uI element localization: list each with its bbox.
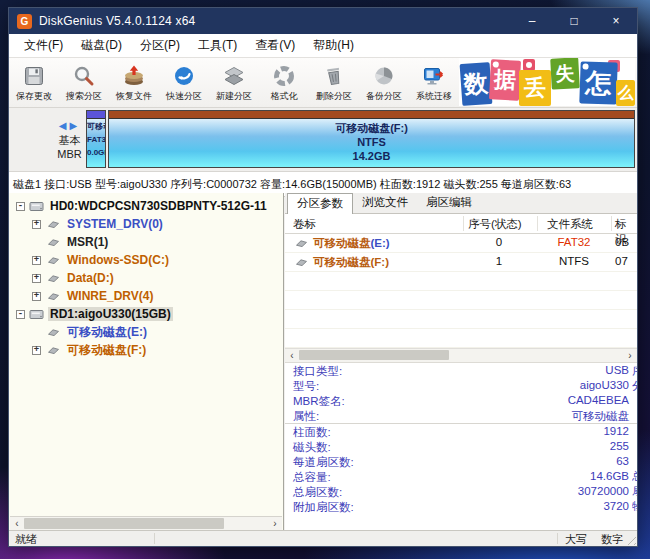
tree-toggle-icon[interactable]: +: [32, 274, 41, 283]
table-empty-row: [285, 272, 637, 291]
partition-type-strip: [109, 111, 634, 119]
detail-horizontal-scrollbar[interactable]: ‹ ›: [285, 348, 637, 363]
tree-item-5[interactable]: +WINRE_DRV(4): [9, 287, 283, 305]
toolbar-button-label: 搜索分区: [66, 90, 102, 103]
toolbar-new-partition-button[interactable]: 新建分区: [209, 58, 259, 107]
table-row-0[interactable]: 可移动磁盘(E:)0FAT320B: [285, 234, 637, 253]
toolbar-format-button[interactable]: 格式化: [259, 58, 309, 107]
menu-item-5[interactable]: 帮助(H): [304, 37, 363, 54]
col-volume-label[interactable]: 卷标: [293, 217, 316, 232]
tree-item-8[interactable]: +可移动磁盘(F:): [9, 341, 283, 359]
property-value: 255: [610, 440, 629, 452]
tab-partition-params[interactable]: 分区参数: [287, 193, 353, 214]
ad-tile-丢[interactable]: 丢: [519, 70, 551, 106]
ad-tile-数[interactable]: 数: [460, 62, 493, 106]
resize-grip[interactable]: [624, 533, 636, 545]
toolbar-search-button[interactable]: 搜索分区: [59, 58, 109, 107]
tree-item-6[interactable]: -RD1:aigoU330(15GB): [9, 305, 283, 323]
partition-nav-arrows[interactable]: ◀▶: [59, 119, 80, 133]
col-index-status[interactable]: 序号(状态): [468, 217, 522, 232]
tree-item-4[interactable]: +Data(D:): [9, 269, 283, 287]
toolbar-quick-partition-button[interactable]: 快速分区: [159, 58, 209, 107]
property-value: 14.6GB: [590, 470, 629, 482]
toolbar-button-label: 备份分区: [366, 90, 402, 103]
toolbar-system-migration-button[interactable]: 系统迁移: [409, 58, 459, 107]
ad-tile-么[interactable]: 么: [616, 80, 635, 106]
scroll-right-icon[interactable]: ›: [268, 517, 282, 530]
tree-toggle-icon[interactable]: +: [32, 220, 41, 229]
toolbar: 保存更改搜索分区恢复文件快速分区新建分区格式化删除分区备份分区系统迁移 数据丢失…: [9, 58, 637, 108]
tree-toggle-icon[interactable]: +: [32, 346, 41, 355]
tree-toggle-icon[interactable]: -: [16, 202, 25, 211]
property-row-0: 接口类型:USB: [285, 363, 637, 378]
tree-item-label: 可移动磁盘(E:): [65, 324, 149, 341]
property-value: 3720: [603, 500, 629, 512]
tree-item-2[interactable]: MSR(1): [9, 233, 283, 251]
ad-tile-怎[interactable]: 怎: [579, 61, 617, 104]
tree-toggle-icon[interactable]: +: [32, 292, 41, 301]
property-label: 总扇区数:: [293, 485, 342, 500]
status-bar: 就绪 大写 数字: [9, 530, 637, 546]
scroll-left-icon[interactable]: ‹: [285, 349, 299, 362]
disk-type-label: 基本: [59, 133, 81, 147]
filesystem-cell: NTFS: [537, 255, 611, 267]
app-logo-icon: G: [17, 14, 32, 29]
tree-item-0[interactable]: -HD0:WDCPCSN730SDBPNTY-512G-11: [9, 197, 283, 215]
partition-icon: [45, 237, 61, 247]
tree-toggle-icon[interactable]: +: [32, 256, 41, 265]
ad-banner[interactable]: 数据丢失怎么: [459, 58, 635, 106]
partition-block-f[interactable]: 可移动磁盘(F:) NTFS 14.2GB: [108, 110, 635, 168]
search-icon: [72, 63, 96, 89]
col-file-system[interactable]: 文件系统: [547, 217, 593, 232]
minimize-button[interactable]: –: [511, 8, 553, 34]
ad-tile-据[interactable]: 据: [489, 59, 521, 101]
detail-tabs: 分区参数 浏览文件 扇区编辑: [285, 193, 637, 214]
scrollbar-thumb[interactable]: [24, 518, 224, 529]
tree-horizontal-scrollbar[interactable]: ‹ ›: [10, 516, 282, 531]
menu-item-1[interactable]: 磁盘(D): [72, 37, 131, 54]
close-button[interactable]: ×: [595, 8, 637, 34]
property-row-9: 附加扇区数:3720: [285, 499, 637, 514]
clipped-property-column: 序分总扇物: [632, 363, 637, 523]
partition-block-e[interactable]: 可移动磁盘(E:) FAT32 (0B) 0.0GB: [86, 110, 106, 168]
property-row-6: 每道扇区数:63: [285, 454, 637, 469]
index-cell: 1: [468, 255, 530, 267]
menu-item-0[interactable]: 文件(F): [15, 37, 72, 54]
tab-sector-edit[interactable]: 扇区编辑: [417, 193, 481, 213]
tree-item-label: WINRE_DRV(4): [65, 289, 155, 303]
toolbar-save-button[interactable]: 保存更改: [9, 58, 59, 107]
scroll-right-icon[interactable]: ›: [623, 349, 637, 362]
ad-tile-失[interactable]: 失: [550, 58, 580, 90]
menu-item-4[interactable]: 查看(V): [246, 37, 304, 54]
property-label: 总容量:: [293, 470, 331, 485]
toolbar-recover-files-button[interactable]: 恢复文件: [109, 58, 159, 107]
menu-item-2[interactable]: 分区(P): [131, 37, 189, 54]
tree-item-label: Windows-SSD(C:): [65, 253, 171, 267]
property-row-3: 属性:可移动磁盘: [285, 408, 637, 424]
volume-drive: (F:): [371, 256, 390, 268]
nav-back-icon[interactable]: ◀: [59, 120, 70, 131]
maximize-button[interactable]: □: [553, 8, 595, 34]
table-row-1[interactable]: 可移动磁盘(F:)1NTFS07: [285, 253, 637, 272]
property-label: 接口类型:: [293, 364, 342, 379]
toolbar-backup-partition-button[interactable]: 备份分区: [359, 58, 409, 107]
menu-item-3[interactable]: 工具(T): [189, 37, 246, 54]
tab-browse-files[interactable]: 浏览文件: [353, 193, 417, 213]
tree-item-1[interactable]: +SYSTEM_DRV(0): [9, 215, 283, 233]
nav-forward-icon[interactable]: ▶: [70, 120, 81, 131]
toolbar-delete-partition-button[interactable]: 删除分区: [309, 58, 359, 107]
tree-item-label: HD0:WDCPCSN730SDBPNTY-512G-11: [48, 199, 269, 213]
tree-item-3[interactable]: +Windows-SSD(C:): [9, 251, 283, 269]
format-icon: [272, 63, 296, 89]
scroll-left-icon[interactable]: ‹: [10, 517, 24, 530]
partition-icon: [293, 238, 309, 250]
table-empty-row: [285, 329, 637, 348]
status-capslock: 大写: [565, 532, 587, 547]
index-cell: 0: [468, 236, 530, 248]
new-partition-icon: [222, 63, 246, 89]
partition-nav: ◀▶ 基本 MBR: [9, 108, 86, 171]
tree-toggle-icon[interactable]: -: [16, 310, 25, 319]
partition-icon: [45, 219, 61, 229]
scrollbar-thumb[interactable]: [299, 350, 449, 360]
tree-item-7[interactable]: 可移动磁盘(E:): [9, 323, 283, 341]
